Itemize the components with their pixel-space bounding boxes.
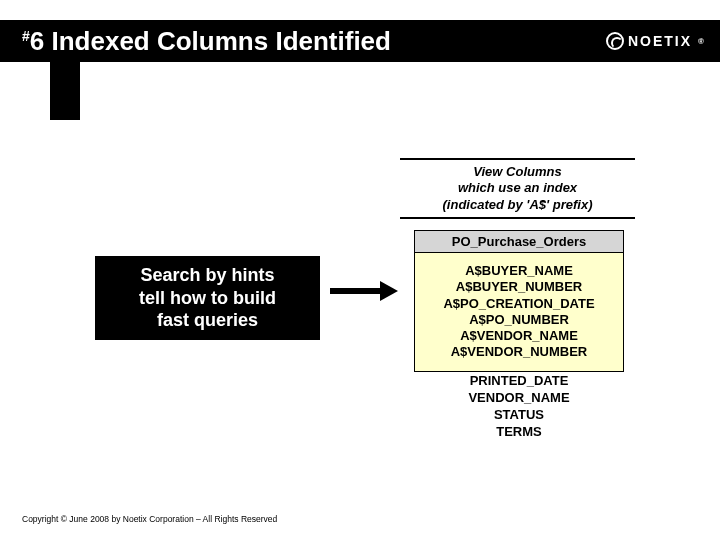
indexed-column: A$BUYER_NAME (419, 263, 619, 279)
plain-columns-block: PRINTED_DATE VENDOR_NAME STATUS TERMS (414, 365, 624, 449)
indexed-column: A$PO_NUMBER (419, 312, 619, 328)
indexed-column: A$VENDOR_NUMBER (419, 344, 619, 360)
caption-box: View Columns which use an index (indicat… (400, 158, 635, 219)
caption-line: View Columns (406, 164, 629, 180)
indexed-column: A$BUYER_NUMBER (419, 279, 619, 295)
indexed-columns-block: A$BUYER_NAME A$BUYER_NUMBER A$PO_CREATIO… (414, 253, 624, 372)
logo-registered: ® (698, 37, 706, 46)
plain-column: PRINTED_DATE (418, 373, 620, 390)
copyright-footer: Copyright © June 2008 by Noetix Corporat… (22, 514, 277, 524)
hint-callout: Search by hints tell how to build fast q… (95, 256, 320, 340)
title-hash: # (22, 28, 30, 44)
title-text: Indexed Columns Identified (44, 26, 391, 56)
plain-column: TERMS (418, 424, 620, 441)
noetix-logo: NOETIX® (606, 32, 706, 50)
title-bar: #6 Indexed Columns Identified NOETIX® (0, 20, 720, 62)
logo-swirl-icon (606, 32, 624, 50)
table-name-header: PO_Purchase_Orders (414, 230, 624, 253)
hint-line: Search by hints (105, 264, 310, 287)
hint-line: tell how to build (105, 287, 310, 310)
arrow-icon (330, 282, 400, 300)
caption-line: which use an index (406, 180, 629, 196)
plain-column: STATUS (418, 407, 620, 424)
slide-title: #6 Indexed Columns Identified (0, 26, 391, 57)
indexed-column: A$VENDOR_NAME (419, 328, 619, 344)
logo-text: NOETIX (628, 33, 692, 49)
black-accent-block (50, 62, 80, 120)
hint-line: fast queries (105, 309, 310, 332)
title-number: 6 (30, 26, 44, 56)
plain-column: VENDOR_NAME (418, 390, 620, 407)
caption-line: (indicated by 'A$' prefix) (406, 197, 629, 213)
indexed-column: A$PO_CREATION_DATE (419, 296, 619, 312)
